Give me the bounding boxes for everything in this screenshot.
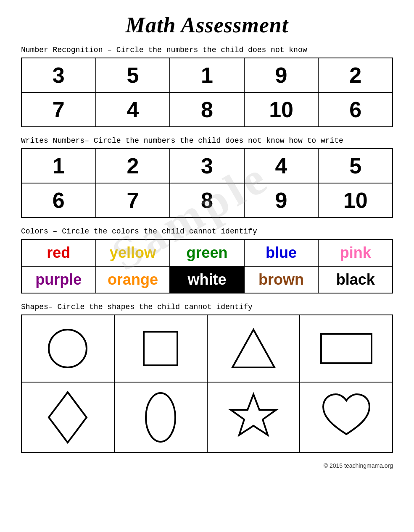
shapes-label: Shapes– Circle the shapes the child cann…	[21, 303, 393, 311]
table-row: 2	[318, 58, 393, 92]
color-white: white	[170, 266, 244, 293]
color-brown: brown	[244, 266, 319, 293]
shape-triangle	[207, 315, 300, 382]
table-row: 8	[170, 183, 244, 218]
shape-star	[207, 382, 300, 453]
table-row: 9	[244, 183, 319, 218]
table-row: 10	[244, 92, 319, 127]
writes-numbers-table: 1 2 3 4 5 6 7 8 9 10	[21, 148, 393, 218]
table-row: 6	[21, 183, 96, 218]
color-red: red	[21, 239, 96, 266]
colors-table: red yellow green blue pink purple orange…	[21, 239, 393, 294]
shape-oval	[114, 382, 207, 453]
table-row: 8	[170, 92, 244, 127]
number-recognition-label: Number Recognition – Circle the numbers …	[21, 46, 393, 54]
number-recognition-table: 3 5 1 9 2 7 4 8 10 6	[21, 58, 393, 127]
table-row: 4	[96, 92, 170, 127]
table-row: 1	[21, 149, 96, 183]
svg-marker-4	[49, 392, 87, 443]
svg-rect-3	[321, 334, 372, 363]
table-row: 3	[21, 58, 96, 92]
table-row: 7	[21, 92, 96, 127]
table-row: 6	[318, 92, 393, 127]
color-orange: orange	[96, 266, 170, 293]
table-row: 7	[96, 183, 170, 218]
table-row: 5	[96, 58, 170, 92]
svg-marker-6	[231, 394, 276, 435]
svg-rect-1	[144, 332, 177, 365]
table-row: 4	[244, 149, 319, 183]
svg-marker-2	[232, 330, 274, 367]
shape-diamond	[21, 382, 114, 453]
colors-label: Colors – Circle the colors the child can…	[21, 227, 393, 236]
table-row: 10	[318, 183, 393, 218]
shape-square	[114, 315, 207, 382]
color-purple: purple	[21, 266, 96, 293]
footer-text: © 2015 teachingmama.org	[21, 462, 393, 469]
color-green: green	[170, 239, 244, 266]
svg-point-5	[146, 393, 175, 442]
table-row: 5	[318, 149, 393, 183]
color-black: black	[318, 266, 393, 293]
shape-heart	[300, 382, 393, 453]
shape-circle	[21, 315, 114, 382]
table-row: 3	[170, 149, 244, 183]
page-title: Math Assessment	[21, 13, 393, 37]
shapes-table	[21, 314, 393, 453]
table-row: 1	[170, 58, 244, 92]
svg-point-0	[49, 330, 87, 367]
table-row: 2	[96, 149, 170, 183]
color-pink: pink	[318, 239, 393, 266]
table-row: 9	[244, 58, 319, 92]
writes-numbers-label: Writes Numbers– Circle the numbers the c…	[21, 136, 393, 145]
color-yellow: yellow	[96, 239, 170, 266]
shape-rectangle	[300, 315, 393, 382]
color-blue: blue	[244, 239, 319, 266]
